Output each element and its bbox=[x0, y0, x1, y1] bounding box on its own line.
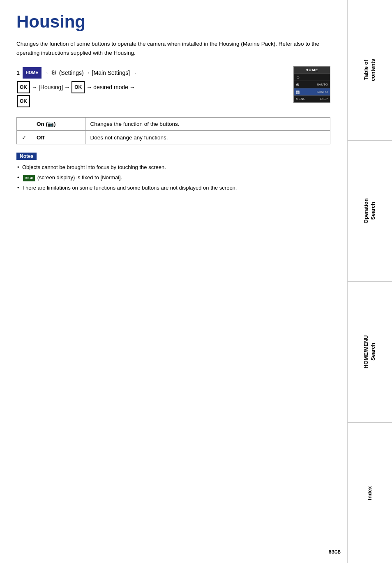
ok-button-3: OK bbox=[17, 95, 30, 107]
camera-label-auto: §AUTO bbox=[317, 83, 328, 86]
label-col-2: Off bbox=[32, 131, 85, 144]
sidebar-item-table-of-contents[interactable]: Table ofcontents bbox=[348, 0, 392, 141]
sidebar-label-operation: OperationSearch bbox=[363, 198, 377, 223]
description: Changes the function of some buttons to … bbox=[16, 39, 330, 57]
camera-menu-row-4: ▦ S▪INFO bbox=[294, 88, 330, 96]
ok-button-2: OK bbox=[71, 81, 85, 93]
page-number: 63GB bbox=[329, 549, 341, 555]
checkmark-icon: ✓ bbox=[22, 134, 27, 141]
desc-col-1: Changes the function of the buttons. bbox=[85, 118, 330, 131]
step-line-2: OK → [Housing] → OK → desired mode → bbox=[16, 81, 285, 93]
options-table: On (📷) Changes the function of the butto… bbox=[16, 117, 330, 144]
housing-label: [Housing] bbox=[39, 81, 63, 93]
page-title: Housing bbox=[16, 12, 330, 31]
page-num-suffix: GB bbox=[334, 550, 341, 554]
camera-menu-row-2: ☺ bbox=[294, 74, 330, 81]
step-section: 1 HOME → ⚙ (Settings) → [Main Settings] … bbox=[16, 66, 330, 109]
notes-item-3: There are limitations on some functions … bbox=[16, 184, 330, 192]
camera-icon-film: ▦ bbox=[296, 90, 300, 94]
settings-label: (Settings) bbox=[58, 67, 84, 79]
ok-button-1: OK bbox=[17, 81, 30, 93]
notes-item-1: Objects cannot be brought into focus by … bbox=[16, 163, 330, 172]
arrow-5: → bbox=[64, 81, 70, 93]
camera-label-disp: DISP bbox=[320, 97, 328, 101]
check-col-1 bbox=[17, 118, 32, 131]
camera-icon-smile: ☺ bbox=[296, 75, 300, 79]
main-content: Housing Changes the function of some but… bbox=[0, 0, 347, 211]
right-sidebar: Table ofcontents OperationSearch HOME/ME… bbox=[347, 0, 392, 563]
arrow-6: → bbox=[86, 81, 92, 93]
camera-menu-home-row: HOME bbox=[294, 67, 330, 74]
camera-home-label: HOME bbox=[306, 68, 318, 72]
sidebar-item-index[interactable]: Index bbox=[348, 423, 392, 563]
step-number: 1 bbox=[16, 67, 20, 79]
camera-label-menu: MENU bbox=[296, 97, 306, 101]
notes-list: Objects cannot be brought into focus by … bbox=[16, 163, 330, 192]
camera-menu-row-3: ⊛ §AUTO bbox=[294, 81, 330, 88]
notes-badge: Notes bbox=[16, 153, 37, 160]
notes-item-2: DISP (screen display) is fixed to [Norma… bbox=[16, 174, 330, 182]
step-line-3: OK bbox=[16, 95, 285, 107]
table-row: On (📷) Changes the function of the butto… bbox=[17, 118, 330, 131]
arrow-2: → bbox=[85, 67, 91, 79]
sidebar-label-index: Index bbox=[367, 486, 374, 500]
step-line-1: 1 HOME → ⚙ (Settings) → [Main Settings] … bbox=[16, 66, 285, 79]
camera-label-info: S▪INFO bbox=[317, 90, 328, 94]
desired-mode-label: desired mode bbox=[93, 81, 128, 93]
home-button: HOME bbox=[23, 67, 42, 79]
arrow-3: → bbox=[131, 67, 137, 79]
camera-menu-row-5: MENU DISP bbox=[294, 96, 330, 102]
arrow-7: → bbox=[129, 81, 135, 93]
main-settings-label: [Main Settings] bbox=[92, 67, 130, 79]
page-num: 63 bbox=[329, 549, 334, 555]
sidebar-item-home-menu-search[interactable]: HOME/MENUSearch bbox=[348, 282, 392, 423]
notes-section: Notes Objects cannot be brought into foc… bbox=[16, 153, 330, 192]
check-col-2: ✓ bbox=[17, 131, 32, 144]
sidebar-label-toc: Table ofcontents bbox=[363, 59, 377, 81]
sidebar-label-home-menu: HOME/MENUSearch bbox=[363, 335, 377, 368]
camera-icon-scene: ⊛ bbox=[296, 82, 299, 87]
notes-item-2-text: (screen display) is fixed to [Normal]. bbox=[37, 174, 122, 181]
disp-badge: DISP bbox=[23, 175, 35, 181]
settings-icon: ⚙ bbox=[51, 66, 57, 79]
sidebar-item-operation-search[interactable]: OperationSearch bbox=[348, 141, 392, 282]
arrow-1: → bbox=[43, 67, 49, 79]
camera-menu-diagram: HOME ☺ ⊛ §AUTO ▦ S▪INFO MENU DISP bbox=[293, 66, 330, 103]
step-text: 1 HOME → ⚙ (Settings) → [Main Settings] … bbox=[16, 66, 285, 109]
label-col-1: On (📷) bbox=[32, 118, 85, 131]
table-row: ✓ Off Does not change any functions. bbox=[17, 131, 330, 144]
desc-col-2: Does not change any functions. bbox=[85, 131, 330, 144]
arrow-4: → bbox=[32, 81, 37, 93]
